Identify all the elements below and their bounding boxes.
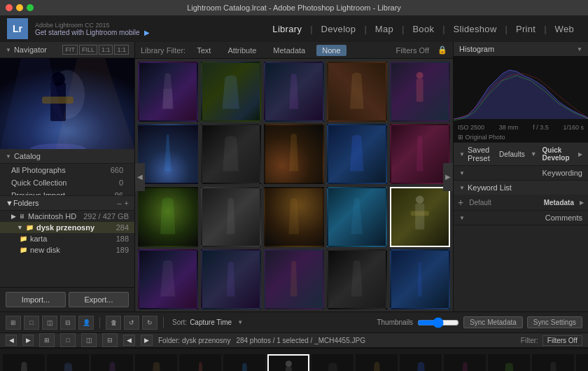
histogram-header[interactable]: Histogram ▼ (454, 42, 588, 56)
right-panel-toggle[interactable]: ▶ (443, 163, 453, 191)
film-thumb-9[interactable] (356, 354, 398, 372)
film-thumb-2[interactable] (47, 354, 89, 372)
navigator-header[interactable]: ▼ Navigator FIT FILL 1:1 1:1 (0, 42, 134, 58)
grid-photo-4[interactable] (327, 62, 387, 122)
filter-attribute-btn[interactable]: Attribute (222, 45, 262, 56)
film-thumb-13[interactable] (532, 354, 574, 372)
filter-metadata-btn[interactable]: Metadata (267, 45, 311, 56)
survey-view-btn[interactable]: ⊟ (60, 316, 76, 330)
sort-value[interactable]: Capture Time (190, 318, 232, 326)
nav-library[interactable]: Library (265, 21, 309, 37)
compare-view-btn[interactable]: ◫ (42, 316, 57, 330)
catalog-previous-import[interactable]: Previous Import 96 (0, 189, 134, 195)
sync-settings-btn[interactable]: Sync Settings (527, 316, 582, 328)
grid-photo-7[interactable] (201, 124, 261, 184)
film-thumb-12[interactable] (488, 354, 530, 372)
grid-photo-11[interactable] (138, 187, 198, 247)
keywording-section[interactable]: ▼ Keywording (454, 166, 588, 181)
grid-photo-13[interactable] (264, 187, 324, 247)
photos-info: 284 photos / 1 selected / _MCH4455.JPG (236, 337, 365, 344)
close-button[interactable] (6, 4, 13, 11)
grid-photo-15[interactable] (390, 187, 450, 247)
nav-print[interactable]: Print (509, 21, 542, 37)
view-mode-survey[interactable]: ⊟ (102, 333, 118, 347)
nav-map[interactable]: Map (368, 21, 400, 37)
film-thumb-14[interactable] (576, 354, 588, 372)
keyword-list-header[interactable]: ▼ Keyword List (454, 181, 588, 195)
catalog-all-photos[interactable]: All Photographs 660 (0, 164, 134, 176)
nav-book[interactable]: Book (405, 21, 441, 37)
1to1-button[interactable]: 1:1 (99, 45, 113, 55)
export-button[interactable]: Export... (69, 292, 129, 307)
catalog-header[interactable]: ▼ Catalog (0, 149, 134, 164)
keyword-add-icon[interactable]: + (458, 197, 463, 208)
navigator-preview[interactable] (0, 58, 134, 149)
rotate-left-btn[interactable]: ↺ (124, 316, 139, 330)
filter-text-btn[interactable]: Text (191, 45, 216, 56)
quick-develop-header[interactable]: ▼ Saved Preset Defaults ▼ Quick Develop … (454, 143, 588, 165)
folder-macintosh-hd[interactable]: ▶ 🖥 Macintosh HD 292 / 427 GB (0, 211, 134, 222)
folders-header[interactable]: ▼ Folders – + (0, 195, 134, 211)
film-thumb-3[interactable] (91, 354, 133, 372)
nav-develop[interactable]: Develop (314, 21, 363, 37)
fit-button[interactable]: FIT (62, 45, 78, 55)
filter-none-btn[interactable]: None (316, 45, 346, 56)
film-thumb-5[interactable] (179, 354, 221, 372)
folder-dysk-przenosny[interactable]: ▼ 📁 dysk przenosny 284 (0, 222, 134, 233)
film-thumb-7[interactable] (267, 354, 309, 372)
sync-metadata-btn[interactable]: Sync Metadata (463, 316, 523, 328)
zoom-button[interactable]: 1:1 (114, 45, 129, 55)
grid-photo-19[interactable] (327, 249, 387, 309)
filter-value-sm[interactable]: Filters Off (542, 335, 582, 346)
people-view-btn[interactable]: 👤 (78, 316, 94, 330)
view-mode-single[interactable]: □ (60, 333, 76, 347)
grid-photo-3[interactable] (264, 62, 324, 122)
left-panel-toggle[interactable]: ◀ (135, 163, 145, 191)
grid-photo-20[interactable] (390, 249, 450, 309)
film-thumb-11[interactable] (444, 354, 486, 372)
folder-karta[interactable]: 📁 karta 188 (0, 233, 134, 244)
minimize-button[interactable] (16, 4, 23, 11)
film-thumb-10[interactable] (400, 354, 442, 372)
view-mode-compare[interactable]: ◫ (81, 333, 97, 347)
folders-add[interactable]: + (125, 199, 129, 207)
grid-photo-16[interactable] (138, 249, 198, 309)
status-prev-btn[interactable]: ◀ (6, 335, 17, 346)
grid-photo-12[interactable] (201, 187, 261, 247)
grid-photo-2[interactable] (201, 62, 261, 122)
grid-photo-18[interactable] (264, 249, 324, 309)
sort-dropdown[interactable]: ▼ (237, 319, 243, 326)
folder-new-disk[interactable]: 📁 new disk 189 (0, 244, 134, 255)
fill-button[interactable]: FILL (79, 45, 97, 55)
film-thumb-4[interactable] (135, 354, 177, 372)
maximize-button[interactable] (27, 4, 34, 11)
view-mode-grid[interactable]: ⊞ (39, 333, 55, 347)
import-button[interactable]: Import... (6, 292, 66, 307)
film-thumb-1[interactable] (3, 354, 45, 372)
grid-photo-9[interactable] (327, 124, 387, 184)
nav-slideshow[interactable]: Slideshow (447, 21, 504, 37)
loupe-view-btn[interactable]: □ (24, 316, 39, 330)
thumbnails-slider[interactable] (417, 317, 459, 328)
folders-minus[interactable]: – (117, 199, 121, 207)
filter-lock-icon[interactable]: 🔒 (438, 46, 447, 55)
catalog-quick-collection[interactable]: Quick Collection 0 (0, 176, 134, 189)
grid-photo-10[interactable] (390, 124, 450, 184)
nav-next[interactable]: ▶ (141, 335, 153, 346)
mobile-banner[interactable]: Adobe Lightroom CC 2015 Get started with… (35, 21, 265, 36)
grid-photo-6[interactable] (138, 124, 198, 184)
nav-web[interactable]: Web (548, 21, 581, 37)
status-next-btn[interactable]: ▶ (22, 335, 34, 346)
grid-photo-1[interactable] (138, 62, 198, 122)
film-thumb-6[interactable] (223, 354, 265, 372)
delete-btn[interactable]: 🗑 (106, 316, 121, 330)
grid-photo-17[interactable] (201, 249, 261, 309)
grid-view-btn[interactable]: ⊞ (6, 316, 21, 330)
nav-prev[interactable]: ◀ (123, 335, 135, 346)
grid-photo-8[interactable] (264, 124, 324, 184)
rotate-right-btn[interactable]: ↻ (142, 316, 158, 330)
grid-photo-5[interactable] (390, 62, 450, 122)
grid-photo-14[interactable] (327, 187, 387, 247)
comments-section[interactable]: ▼ Comments (454, 211, 588, 225)
film-thumb-8[interactable] (312, 354, 354, 372)
